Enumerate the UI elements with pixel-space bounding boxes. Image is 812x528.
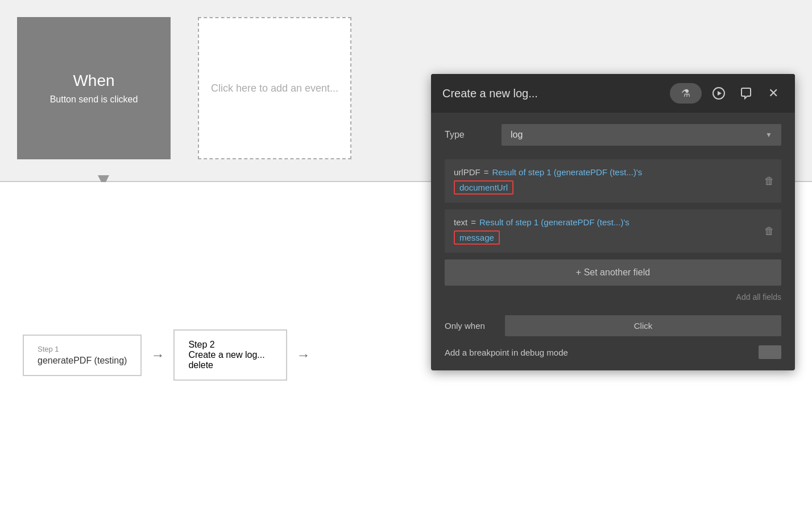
- when-block: When Button send is clicked: [17, 17, 171, 159]
- field2-value: Result of step 1 (generatePDF (test...)'…: [479, 217, 629, 227]
- field-line2: text = Result of step 1 (generatePDF (te…: [454, 217, 772, 227]
- event-block-text: Click here to add an event...: [211, 82, 338, 94]
- field-row-1: urlPDF = Result of step 1 (generatePDF (…: [445, 159, 781, 203]
- chevron-down-icon: ▼: [765, 131, 772, 139]
- add-all-fields[interactable]: Add all fields: [445, 292, 781, 302]
- field-line1: urlPDF = Result of step 1 (generatePDF (…: [454, 167, 772, 177]
- click-button[interactable]: Click: [505, 315, 781, 336]
- type-label: Type: [445, 130, 502, 140]
- svg-marker-1: [718, 91, 722, 96]
- type-value: log: [511, 130, 523, 140]
- step1-name: generatePDF (testing): [38, 356, 127, 366]
- step2-box[interactable]: Step 2 Create a new log... delete: [173, 329, 287, 381]
- panel-body: Type log ▼ urlPDF = Result of step 1 (ge…: [431, 113, 795, 370]
- only-when-label: Only when: [445, 321, 496, 331]
- breakpoint-row: Add a breakpoint in debug mode: [445, 345, 781, 359]
- field-row-2: text = Result of step 1 (generatePDF (te…: [445, 209, 781, 253]
- when-subtitle: Button send is clicked: [50, 94, 138, 105]
- step2-name: Create a new log...: [188, 350, 272, 360]
- set-another-field-button[interactable]: + Set another field: [445, 259, 781, 286]
- play-icon-btn[interactable]: [709, 83, 729, 104]
- when-title: When: [73, 72, 114, 90]
- field1-value: Result of step 1 (generatePDF (test...)'…: [492, 167, 642, 177]
- flask-icon-btn[interactable]: ⚗: [670, 83, 702, 104]
- step1-box[interactable]: Step 1 generatePDF (testing): [23, 335, 142, 376]
- type-select[interactable]: log ▼: [502, 124, 781, 146]
- play-icon: [712, 87, 725, 100]
- field2-highlighted[interactable]: message: [454, 230, 500, 245]
- breakpoint-label: Add a breakpoint in debug mode: [445, 348, 568, 357]
- step2-label: Step 2: [188, 340, 272, 350]
- flask-icon: ⚗: [681, 87, 690, 100]
- close-icon-btn[interactable]: ✕: [763, 83, 784, 104]
- field1-name: urlPDF: [454, 167, 480, 177]
- field2-name: text: [454, 217, 467, 227]
- chat-icon-btn[interactable]: [736, 83, 756, 104]
- only-when-row: Only when Click: [445, 315, 781, 336]
- panel-title: Create a new log...: [442, 87, 538, 100]
- field2-delete-icon[interactable]: 🗑: [764, 225, 774, 237]
- step1-label: Step 1: [38, 345, 127, 353]
- close-icon: ✕: [768, 86, 778, 101]
- arrow1: →: [151, 347, 164, 363]
- field1-equals: =: [484, 167, 489, 177]
- right-panel: Create a new log... ⚗ ✕: [431, 74, 795, 370]
- type-row: Type log ▼: [445, 124, 781, 146]
- field1-highlighted[interactable]: documentUrl: [454, 180, 513, 195]
- step2-action[interactable]: delete: [188, 360, 272, 370]
- field2-equals: =: [471, 217, 476, 227]
- event-block[interactable]: Click here to add an event...: [198, 17, 351, 159]
- panel-icons: ⚗ ✕: [670, 83, 784, 104]
- arrow2: →: [296, 347, 310, 363]
- breakpoint-toggle[interactable]: [759, 345, 781, 359]
- field1-delete-icon[interactable]: 🗑: [764, 175, 774, 187]
- chat-icon: [740, 87, 752, 100]
- panel-header: Create a new log... ⚗ ✕: [431, 74, 795, 113]
